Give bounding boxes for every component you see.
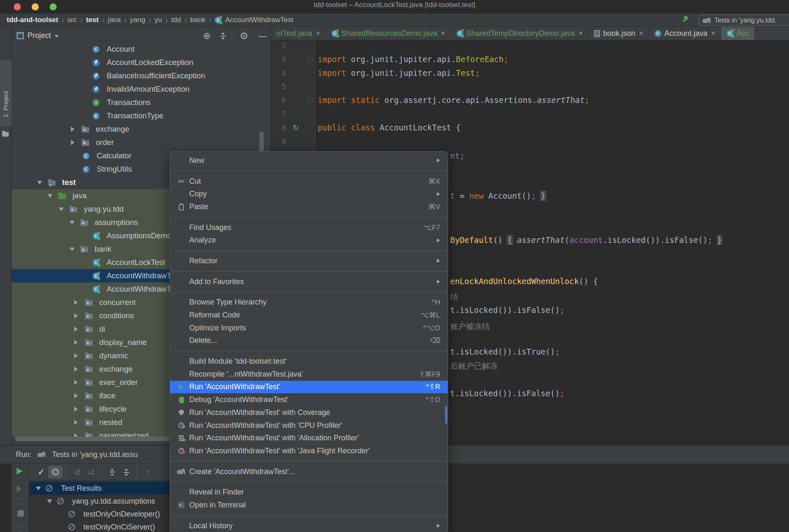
breadcrumb-current[interactable]: AccountWithdrawTest — [225, 16, 293, 24]
close-tab-icon[interactable]: × — [316, 29, 320, 37]
menu-item-recompile-ntwithdrawtest-java[interactable]: Recompile '...ntWithdrawTest.java'⇧⌘F9 — [170, 368, 448, 381]
menu-item-reveal-in-finder[interactable]: Reveal in Finder — [170, 486, 448, 499]
fold-icon[interactable]: − — [308, 98, 313, 103]
breadcrumb-item[interactable]: test — [86, 16, 98, 24]
chevron-down-icon[interactable] — [37, 181, 42, 185]
package-icon — [82, 127, 89, 132]
menu-item-find-usages[interactable]: Find Usages⌥F7 — [170, 221, 448, 234]
chevron-right-icon[interactable] — [74, 393, 78, 398]
menu-item-new[interactable]: New — [170, 154, 448, 167]
chevron-down-icon[interactable] — [70, 247, 75, 251]
chevron-right-icon: › — [209, 14, 211, 25]
chevron-right-icon[interactable] — [71, 140, 75, 145]
tree-row[interactable]: ITransactions — [12, 96, 271, 109]
chevron-right-icon[interactable] — [71, 127, 75, 132]
chevron-right-icon[interactable] — [74, 420, 78, 425]
menu-item-run-accountwithdrawtest[interactable]: Run 'AccountWithdrawTest'^⇧R — [170, 381, 448, 394]
breadcrumb-item[interactable]: java — [108, 16, 121, 24]
close-tab-icon[interactable]: × — [639, 29, 643, 37]
tree-row[interactable]: BalanceInsufficientException — [12, 69, 271, 82]
menu-item-analyze[interactable]: Analyze — [170, 234, 448, 247]
collapse-all-button[interactable] — [119, 466, 133, 478]
chevron-down-icon[interactable] — [36, 487, 41, 490]
menu-item-run-accountwithdrawtest-with-cpu-profiler[interactable]: Run 'AccountWithdrawTest' with 'CPU Prof… — [170, 419, 448, 432]
tree-row[interactable]: AccountLockedException — [12, 56, 271, 69]
editor-tab[interactable]: CSharedResourcesDemo.java× — [326, 27, 451, 40]
tree-row[interactable]: order — [12, 136, 271, 149]
chevron-right-icon[interactable] — [74, 313, 78, 318]
collapse-all-button[interactable] — [220, 31, 226, 41]
menu-item-debug-accountwithdrawtest[interactable]: Debug 'AccountWithdrawTest'^⇧D — [170, 393, 448, 406]
stop-button[interactable] — [18, 510, 24, 517]
editor-tab[interactable]: {}book.json× — [589, 27, 649, 40]
chevron-right-icon[interactable] — [74, 300, 78, 305]
build-project-icon[interactable] — [681, 15, 690, 24]
close-tab-icon[interactable]: × — [441, 29, 445, 37]
locate-button[interactable]: ⊕ — [203, 31, 210, 41]
fold-icon[interactable]: − — [308, 57, 313, 62]
test-tree-row[interactable]: Test Results — [29, 482, 170, 495]
chevron-down-icon[interactable] — [70, 221, 75, 225]
rerun-button[interactable] — [17, 468, 23, 476]
chevron-right-icon[interactable] — [74, 353, 78, 358]
chevron-down-icon[interactable] — [48, 194, 53, 198]
editor-tab[interactable]: CSharedTempDirectoryDemo.java× — [451, 27, 589, 40]
menu-item-copy[interactable]: Copy — [170, 187, 448, 200]
run-class-gutter-icon[interactable]: ↻ — [293, 123, 299, 132]
breadcrumb-item[interactable]: yang — [130, 16, 145, 24]
menu-item-cut[interactable]: ✂Cut⌘X — [170, 175, 448, 188]
close-tab-icon[interactable]: × — [711, 29, 715, 37]
tree-row[interactable]: ETransactionType — [12, 109, 271, 122]
test-tree-row[interactable]: testOnlyOnDeveloper() — [29, 508, 170, 520]
editor-tab[interactable]: ntTest.java× — [271, 27, 326, 40]
menu-item-add-to-favorites[interactable]: Add to Favorites — [170, 275, 448, 288]
rerun-failed-button[interactable]: 9 — [17, 485, 23, 494]
menu-item-run-accountwithdrawtest-with-java-flight-recorder[interactable]: Run 'AccountWithdrawTest' with 'Java Fli… — [170, 445, 448, 457]
breadcrumb-item[interactable]: tdd-and-toolset — [7, 16, 58, 24]
project-stripe-label[interactable]: 1: Project — [2, 91, 9, 117]
sort-by-duration-button[interactable]: ↓≡≡ — [84, 466, 98, 478]
show-ignored-button[interactable] — [48, 466, 63, 478]
settings-gear-button[interactable]: ⚙ — [240, 31, 248, 41]
menu-item-run-accountwithdrawtest-with-allocation-profiler[interactable]: Run 'AccountWithdrawTest' with 'Allocati… — [170, 432, 448, 445]
tree-row[interactable]: CAccount — [12, 42, 271, 56]
chevron-right-icon[interactable] — [74, 407, 78, 412]
vertical-scrollbar[interactable] — [259, 132, 264, 153]
breadcrumb-item[interactable]: src — [68, 16, 77, 24]
menu-item-open-in-terminal[interactable]: >_Open in Terminal — [170, 499, 448, 512]
chevron-right-icon[interactable] — [74, 340, 78, 345]
chevron-right-icon[interactable] — [74, 380, 78, 385]
menu-item-refactor[interactable]: Refactor — [170, 255, 448, 267]
menu-item-local-history[interactable]: Local History — [170, 520, 448, 532]
menu-item-create-accountwithdrawtest[interactable]: Create 'AccountWithdrawTest'... — [170, 465, 448, 478]
menu-item-run-accountwithdrawtest-with-coverage[interactable]: Run 'AccountWithdrawTest' with Coverage — [170, 406, 448, 419]
breadcrumb-item[interactable]: bank — [190, 16, 205, 24]
chevron-right-icon[interactable] — [74, 327, 78, 332]
menu-separator — [170, 288, 448, 296]
menu-item-build-module-tdd-toolset-test[interactable]: Build Module 'tdd-toolset.test' — [170, 355, 448, 368]
chevron-right-icon[interactable] — [74, 367, 78, 372]
chevron-down-icon[interactable] — [59, 207, 64, 211]
menu-item-paste[interactable]: Paste⌘V — [170, 200, 448, 213]
breadcrumb-item[interactable]: yu — [155, 16, 162, 24]
editor-tab[interactable]: CAccount.java× — [649, 27, 721, 40]
test-tree-row[interactable]: testOnlyOnCiServer() — [29, 521, 170, 532]
previous-occurrence-button[interactable]: ↑ — [140, 466, 155, 478]
run-configuration-select[interactable]: Tests in 'yang.yu.tdd. — [699, 15, 789, 26]
menu-item-browse-type-hierarchy[interactable]: Browse Type Hierarchy^H — [170, 296, 448, 309]
menu-item-reformat-code[interactable]: Reformat Code⌥⌘L — [170, 309, 448, 322]
chevron-down-icon[interactable] — [47, 500, 52, 503]
hide-panel-button[interactable]: — — [258, 31, 266, 41]
menu-item-delete[interactable]: Delete...⌫ — [170, 335, 448, 347]
show-passed-button[interactable]: ✓ — [34, 466, 48, 478]
tree-row[interactable]: exchange — [12, 122, 271, 136]
editor-tab[interactable]: CAcc — [721, 27, 755, 40]
expand-all-button[interactable] — [105, 466, 119, 478]
sort-alphabetically-button[interactable]: ↓az — [70, 466, 84, 478]
close-tab-icon[interactable]: × — [579, 29, 583, 37]
breadcrumb-item[interactable]: tdd — [171, 16, 181, 24]
tree-row[interactable]: InvalidAmountException — [12, 82, 271, 96]
menu-item-optimize-imports[interactable]: Optimize Imports^⌥O — [170, 322, 448, 335]
menu-scrollbar-thumb[interactable] — [445, 406, 447, 424]
test-tree-row[interactable]: yang.yu.tdd.assumptions — [29, 495, 170, 507]
